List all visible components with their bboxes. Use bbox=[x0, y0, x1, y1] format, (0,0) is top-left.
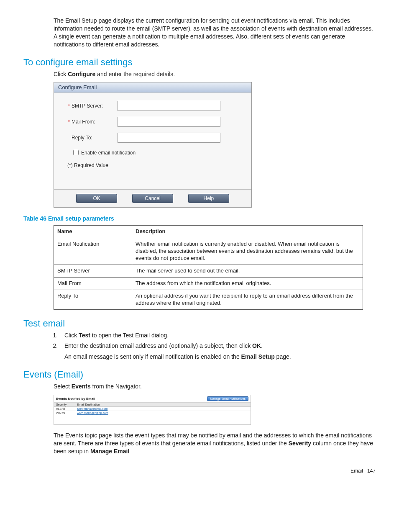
cancel-button[interactable]: Cancel bbox=[132, 194, 173, 203]
footer-page: 147 bbox=[367, 468, 376, 474]
step-2-extra: An email message is sent only if email n… bbox=[64, 353, 376, 361]
events-row: WARN warn.manager@hp.com bbox=[54, 411, 251, 415]
bold-ok: OK bbox=[252, 342, 261, 349]
panel-footer: OK Cancel Help bbox=[54, 189, 251, 207]
panel-title: Configure Email bbox=[54, 82, 251, 93]
required-marker: * bbox=[66, 119, 70, 124]
cell: The mail server used to send out the ema… bbox=[132, 265, 363, 278]
mailfrom-input[interactable] bbox=[118, 117, 220, 127]
cell: Mail From bbox=[54, 277, 132, 290]
text: Click bbox=[54, 71, 68, 77]
events-panel-title: Events Notified by Email bbox=[56, 397, 207, 401]
bold-events: Events bbox=[72, 383, 91, 390]
events-columns: Severity Email Destination bbox=[54, 403, 251, 407]
step-1: Click Test to open the Test Email dialog… bbox=[59, 332, 376, 340]
cell: Email Notification bbox=[54, 238, 132, 265]
col-destination: Email Destination bbox=[77, 403, 100, 406]
cell: Reply To bbox=[54, 290, 132, 309]
bold-email-setup: Email Setup bbox=[241, 353, 275, 360]
events-padding bbox=[54, 415, 251, 424]
table-row: Email Notification Whether email notific… bbox=[54, 238, 363, 265]
th-name: Name bbox=[54, 226, 132, 238]
text: and enter the required details. bbox=[95, 71, 175, 77]
text: from the Navigator. bbox=[91, 383, 142, 390]
events-paragraph: The Events topic page lists the event ty… bbox=[54, 432, 376, 455]
footer-section: Email bbox=[350, 468, 363, 474]
cell: The address from which the notification … bbox=[132, 277, 363, 290]
row-smtp: * SMTP Server: bbox=[66, 101, 247, 111]
cell: Whether email notification is currently … bbox=[132, 238, 363, 265]
events-panel: Events Notified by Email Manage Email No… bbox=[54, 395, 251, 425]
heading-events-email: Events (Email) bbox=[23, 369, 376, 380]
heading-configure: To configure email settings bbox=[23, 57, 376, 68]
required-note: (*) Required Value bbox=[67, 162, 247, 168]
cell: SMTP Server bbox=[54, 265, 132, 278]
help-button[interactable]: Help bbox=[188, 194, 229, 203]
row-mailfrom: * Mail From: bbox=[66, 117, 247, 127]
cell-severity: WARN bbox=[56, 411, 77, 414]
page-footer: Email 147 bbox=[23, 468, 376, 474]
manage-email-notifications-button[interactable]: Manage Email Notifications bbox=[207, 396, 248, 401]
text: Select bbox=[54, 383, 72, 390]
intro-paragraph: The Email Setup page displays the curren… bbox=[54, 17, 376, 49]
row-replyto: Reply To: bbox=[66, 133, 247, 143]
table-row: Reply To An optional address if you want… bbox=[54, 290, 363, 309]
bold-configure: Configure bbox=[68, 71, 95, 77]
text: Click bbox=[64, 332, 79, 339]
required-marker: * bbox=[66, 103, 70, 108]
ok-button[interactable]: OK bbox=[76, 194, 117, 203]
table-row: SMTP Server The mail server used to send… bbox=[54, 265, 363, 278]
text: . bbox=[261, 342, 263, 349]
cell-severity: ALERT bbox=[56, 407, 77, 410]
row-enable: Enable email notification bbox=[72, 149, 247, 157]
step-2: Enter the destination email address and … bbox=[59, 342, 376, 361]
replyto-label: Reply To: bbox=[72, 135, 118, 141]
cell: An optional address if you want the reci… bbox=[132, 290, 363, 309]
cell-destination[interactable]: alert.manager@hp.com bbox=[77, 407, 107, 410]
table46-caption: Table 46 Email setup parameters bbox=[23, 215, 376, 222]
configure-email-panel: Configure Email * SMTP Server: * Mail Fr… bbox=[54, 82, 252, 208]
smtp-label: SMTP Server: bbox=[72, 103, 118, 109]
col-severity: Severity bbox=[56, 403, 77, 406]
table46: Name Description Email Notification Whet… bbox=[54, 225, 363, 309]
configure-instruction: Click Configure and enter the required d… bbox=[54, 70, 376, 78]
text: Enter the destination email address and … bbox=[64, 342, 252, 349]
table-row: Mail From The address from which the not… bbox=[54, 277, 363, 290]
bold-severity: Severity bbox=[289, 440, 311, 447]
enable-checkbox[interactable] bbox=[73, 150, 79, 155]
text: page. bbox=[275, 353, 291, 360]
events-select-instruction: Select Events from the Navigator. bbox=[54, 383, 376, 391]
bold-manage-email: Manage Email bbox=[90, 448, 129, 455]
th-desc: Description bbox=[132, 226, 363, 238]
text: to open the Test Email dialog. bbox=[90, 332, 169, 339]
cell-destination[interactable]: warn.manager@hp.com bbox=[77, 411, 108, 414]
smtp-input[interactable] bbox=[118, 101, 220, 111]
test-steps: Click Test to open the Test Email dialog… bbox=[59, 332, 376, 361]
events-row: ALERT alert.manager@hp.com bbox=[54, 407, 251, 411]
bold-test: Test bbox=[79, 332, 90, 339]
text: An email message is sent only if email n… bbox=[64, 353, 241, 360]
enable-label: Enable email notification bbox=[81, 150, 136, 156]
replyto-input[interactable] bbox=[118, 133, 220, 143]
heading-test-email: Test email bbox=[23, 318, 376, 329]
mailfrom-label: Mail From: bbox=[72, 119, 118, 125]
